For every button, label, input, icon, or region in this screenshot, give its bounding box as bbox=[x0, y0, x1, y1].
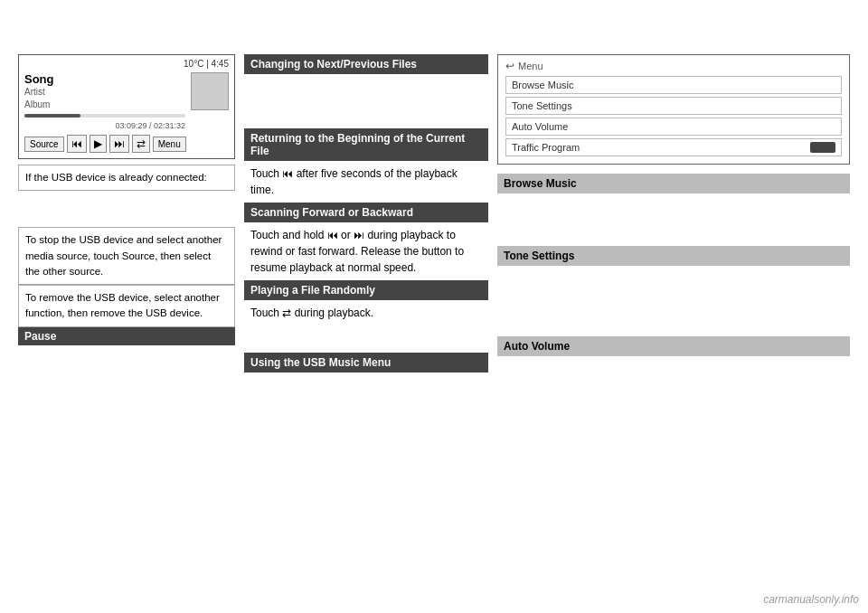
menu-item-browse[interactable]: Browse Music bbox=[505, 76, 842, 94]
stop-text: To stop the USB device and select anothe… bbox=[25, 234, 222, 277]
stop-text-block: To stop the USB device and select anothe… bbox=[18, 227, 235, 285]
header-random: Playing a File Randomly bbox=[244, 280, 488, 300]
menu-item-tone[interactable]: Tone Settings bbox=[505, 97, 842, 115]
menu-item-auto[interactable]: Auto Volume bbox=[505, 118, 842, 136]
usb-player-screen: 10°C | 4:45 Song Artist Album 03:09:29 /… bbox=[18, 54, 235, 159]
artist-label: Artist bbox=[24, 86, 185, 99]
menu-item-auto-label: Auto Volume bbox=[512, 121, 568, 132]
section-browse: Browse Music bbox=[497, 174, 850, 193]
next-button[interactable]: ⏭ bbox=[109, 135, 129, 153]
menu-button[interactable]: Menu bbox=[153, 137, 186, 152]
album-art bbox=[191, 72, 229, 110]
playback-time: 03:09:29 / 02:31:32 bbox=[24, 121, 185, 130]
source-button[interactable]: Source bbox=[24, 137, 64, 152]
playback-controls: Source ⏮ ▶ ⏭ ⇄ Menu bbox=[24, 135, 229, 153]
returning-text: Touch ⏮ after five seconds of the playba… bbox=[244, 161, 488, 203]
right-column: ↩ Menu Browse Music Tone Settings Auto V… bbox=[497, 54, 850, 595]
screen-topbar: 10°C | 4:45 bbox=[24, 59, 229, 69]
connected-text: If the USB device is already connected: bbox=[25, 172, 207, 183]
shuffle-button[interactable]: ⇄ bbox=[132, 135, 150, 153]
header-changing: Changing to Next/Previous Files bbox=[244, 54, 488, 74]
connected-text-block: If the USB device is already connected: bbox=[18, 165, 235, 191]
menu-item-traffic[interactable]: Traffic Program bbox=[505, 138, 842, 156]
section-tone: Tone Settings bbox=[497, 246, 850, 266]
section-auto: Auto Volume bbox=[497, 336, 850, 356]
pause-header: Pause bbox=[18, 327, 235, 345]
header-scanning: Scanning Forward or Backward bbox=[244, 203, 488, 222]
remove-text: To remove the USB device, select another… bbox=[25, 292, 220, 318]
watermark: carmanualsonly.info bbox=[763, 593, 859, 606]
header-returning: Returning to the Beginning of the Curren… bbox=[244, 128, 488, 161]
screen-time: 10°C | 4:45 bbox=[184, 59, 229, 69]
progress-bar-inner bbox=[24, 114, 80, 118]
back-icon: ↩ bbox=[505, 60, 514, 72]
menu-item-traffic-label: Traffic Program bbox=[512, 142, 580, 153]
traffic-toggle[interactable] bbox=[810, 142, 835, 153]
menu-topbar: ↩ Menu bbox=[505, 60, 842, 72]
song-title: Song bbox=[24, 72, 185, 86]
play-button[interactable]: ▶ bbox=[90, 135, 107, 153]
header-usb-menu: Using the USB Music Menu bbox=[244, 353, 488, 373]
mid-column: Changing to Next/Previous Files Returnin… bbox=[244, 54, 488, 595]
menu-box: ↩ Menu Browse Music Tone Settings Auto V… bbox=[497, 54, 850, 165]
menu-item-browse-label: Browse Music bbox=[512, 80, 573, 90]
left-column: 10°C | 4:45 Song Artist Album 03:09:29 /… bbox=[18, 54, 235, 595]
random-text: Touch ⇄ during playback. bbox=[244, 300, 488, 325]
album-label: Album bbox=[24, 99, 185, 111]
menu-title: Menu bbox=[518, 61, 543, 71]
scanning-text: Touch and hold ⏮ or ⏭ during playback to… bbox=[244, 222, 488, 280]
menu-item-tone-label: Tone Settings bbox=[512, 100, 572, 111]
prev-button[interactable]: ⏮ bbox=[67, 135, 87, 153]
progress-bar-outer bbox=[24, 114, 185, 118]
remove-text-block: To remove the USB device, select another… bbox=[18, 285, 235, 327]
